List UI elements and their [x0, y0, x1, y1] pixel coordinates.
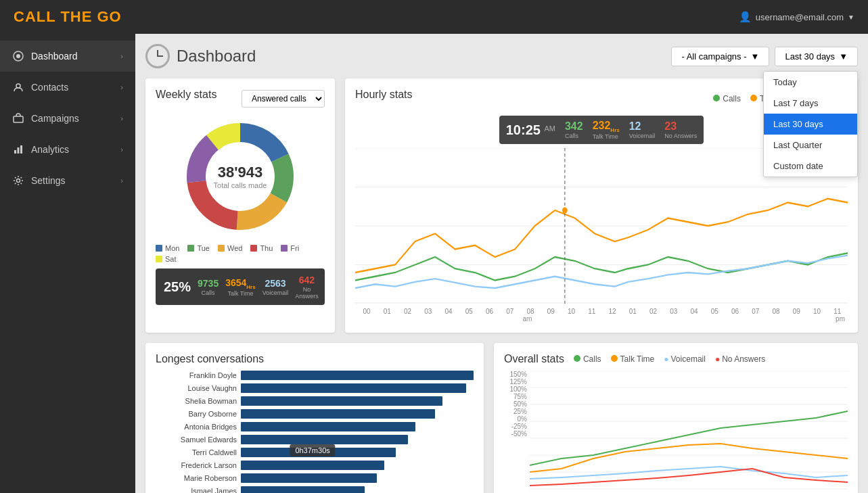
campaigns-dropdown-label: - All campaigns -	[681, 51, 746, 62]
date-option-quarter[interactable]: Last Quarter	[764, 135, 857, 156]
tt-voicemail-label: Voicemail	[629, 133, 656, 139]
sidebar-item-analytics[interactable]: Analytics ›	[0, 134, 135, 165]
chevron-right-icon: ›	[120, 83, 123, 91]
dashboard-icon	[12, 50, 24, 62]
x-00am: 00	[357, 308, 377, 315]
legend-tue: Tue	[187, 244, 210, 252]
date-dropdown-container: Last 30 days ▼ Today Last 7 days Last 30…	[775, 47, 858, 66]
ol-talktime-dot	[611, 355, 618, 362]
x-11am: 11	[582, 308, 602, 315]
bar-fill	[241, 448, 396, 457]
content-header: Dashboard - All campaigns - ▼ Last 30 da…	[145, 44, 858, 68]
bar-fill	[241, 486, 365, 493]
overall-chart-svg	[530, 371, 848, 493]
ol-noanswers: ●No Answers	[715, 354, 765, 364]
bar-bg	[241, 396, 474, 406]
legend-thu-dot	[250, 245, 257, 252]
bar-bg: 0h37m30s	[241, 461, 474, 470]
sidebar-item-contacts[interactable]: Contacts ›	[0, 72, 135, 103]
overall-legend: Calls Talk Time ●Voicemail ●No Answers	[574, 354, 765, 364]
sidebar-label-settings: Settings	[31, 175, 66, 186]
stat-calls-val: 9735	[198, 278, 219, 289]
campaigns-dropdown[interactable]: - All campaigns - ▼	[671, 47, 769, 66]
x-01pm: 01	[622, 308, 643, 315]
x-09am: 09	[541, 308, 561, 315]
date-dropdown[interactable]: Last 30 days ▼	[775, 47, 858, 66]
date-option-7days[interactable]: Last 7 days	[764, 93, 857, 114]
donut-total: 38'943	[214, 164, 267, 181]
legend-tue-dot	[187, 245, 194, 252]
x-12am: 12	[602, 308, 622, 315]
donut-chart: 38'943 Total calls made	[156, 116, 325, 237]
sidebar-label-contacts: Contacts	[31, 82, 68, 93]
y-n50: -50%	[504, 430, 527, 438]
x-06am: 06	[480, 308, 500, 315]
tt-time-block: 10:25 AM	[506, 122, 555, 138]
svg-rect-6	[20, 145, 22, 154]
x-03am: 03	[418, 308, 438, 315]
tt-talktime-block: 232Hrs Talk Time	[593, 120, 620, 140]
bar-name: Shelia Bowman	[156, 397, 237, 405]
tt-talktime-val: 232Hrs	[593, 120, 620, 131]
hourly-x-axis: 00 01 02 03 04 05 06 07 08 09 10 11 12 0…	[355, 308, 848, 315]
tt-ampm: AM	[544, 124, 555, 133]
sidebar-item-dashboard[interactable]: Dashboard ›	[0, 41, 135, 72]
y-150: 150%	[504, 371, 527, 378]
date-option-30days[interactable]: Last 30 days	[764, 114, 857, 135]
content-area: Dashboard - All campaigns - ▼ Last 30 da…	[135, 34, 868, 493]
bar-row: Shelia Bowman	[156, 396, 474, 406]
stat-talktime: 3654Hrs Talk Time	[225, 277, 256, 297]
stat-voicemail-label: Voicemail	[262, 289, 289, 296]
sidebar-item-campaigns[interactable]: Campaigns ›	[0, 103, 135, 134]
svg-point-1	[16, 54, 20, 58]
y-125: 125%	[504, 378, 527, 385]
weekly-pct: 25%	[164, 279, 191, 295]
x-10am: 10	[562, 308, 582, 315]
date-option-today[interactable]: Today	[764, 72, 857, 93]
hourly-title: Hourly stats	[355, 89, 412, 101]
legend-calls-dot	[713, 95, 720, 101]
y-n25: -25%	[504, 423, 527, 430]
overall-stats-panel: Overall stats Calls Talk Time ●Voicemail…	[494, 343, 858, 493]
sidebar-item-settings[interactable]: Settings ›	[0, 165, 135, 196]
tt-num: 3654	[225, 277, 246, 288]
legend-wed: Wed	[218, 244, 242, 252]
sidebar-label-campaigns: Campaigns	[31, 113, 79, 124]
x-08am: 08	[520, 308, 541, 315]
stat-talktime-label: Talk Time	[225, 290, 256, 297]
x-05pm: 05	[704, 308, 725, 315]
y-25: 25%	[504, 408, 527, 415]
weekly-stat-bar: 25% 9735 Calls 3654Hrs Talk Time 2563 Vo…	[156, 268, 325, 305]
legend-fri: Fri	[281, 244, 299, 252]
ol-voicemail: ●Voicemail	[664, 354, 706, 364]
hourly-x-axis-labels: am pm	[355, 315, 848, 323]
x-02am: 02	[398, 308, 418, 315]
bar-row: Terri Caldwell	[156, 448, 474, 457]
y-50: 50%	[504, 400, 527, 408]
date-option-custom[interactable]: Custom date	[764, 156, 857, 177]
bar-fill: 0h37m30s	[241, 461, 384, 470]
bar-row: Frederick Larson0h37m30s	[156, 461, 474, 470]
user-info: 👤 username@email.com ▼	[739, 11, 854, 23]
sidebar: Dashboard › Contacts › Campaigns ›	[0, 34, 135, 493]
bar-fill	[241, 422, 415, 431]
bar-bg	[241, 448, 474, 457]
tt-calls-val: 342	[565, 120, 583, 132]
weekly-filter-dropdown[interactable]: Answered calls All calls	[242, 90, 325, 108]
username: username@email.com	[756, 12, 844, 22]
ol-calls: Calls	[574, 354, 601, 364]
svg-rect-5	[18, 147, 20, 154]
x-06pm: 06	[725, 308, 746, 315]
legend-wed-label: Wed	[227, 244, 242, 252]
x-03pm: 03	[664, 308, 684, 315]
legend-mon: Mon	[156, 244, 179, 252]
legend-sat: Sat	[156, 255, 177, 263]
campaigns-dropdown-arrow: ▼	[751, 51, 760, 62]
page-title-area: Dashboard	[145, 44, 256, 68]
tt-voicemail-val: 12	[629, 120, 641, 132]
stat-calls-label: Calls	[198, 289, 219, 296]
bar-row: Samuel Edwards	[156, 435, 474, 444]
logo-accent: THE	[60, 8, 92, 25]
tt-talktime-label: Talk Time	[593, 133, 620, 140]
analytics-icon	[12, 143, 24, 156]
